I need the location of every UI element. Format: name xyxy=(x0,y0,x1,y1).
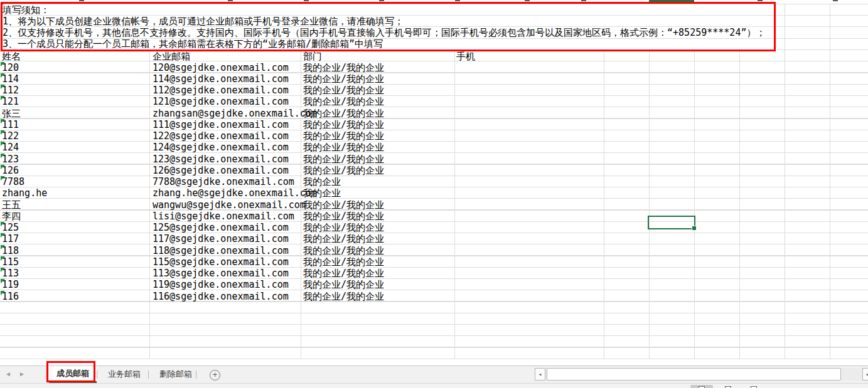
table-row[interactable]: 121121@sgejdke.onexmail.com我的企业/我的企业 xyxy=(0,95,868,107)
table-row[interactable]: 118118@sgejdke.onexmail.com我的企业/我的企业 xyxy=(0,244,868,256)
table-cell-dept[interactable]: 我的企业/我的企业 xyxy=(303,279,384,290)
table-cell-name[interactable]: 123 xyxy=(2,154,19,165)
table-cell-email[interactable]: 125@sgejdke.onexmail.com xyxy=(153,222,289,233)
table-cell-email[interactable]: 117@sgejdke.onexmail.com xyxy=(153,233,289,244)
table-cell-email[interactable]: 126@sgejdke.onexmail.com xyxy=(153,165,289,176)
table-cell-email[interactable]: zhang.he@sgejdke.onexmail.com xyxy=(153,187,317,199)
table-row[interactable]: 123123@sgejdke.onexmail.com我的企业/我的企业 xyxy=(0,153,868,164)
table-row[interactable]: 李四lisi@sgejdke.onexmail.com我的企业/我的企业 xyxy=(0,210,868,221)
table-cell-name[interactable]: 111 xyxy=(2,119,19,130)
table-row[interactable]: 张三zhangsan@sgejdke.onexmail.com我的企业/我的企业 xyxy=(0,107,868,118)
add-sheet-button[interactable]: + xyxy=(210,370,220,380)
table-cell-name[interactable]: 115 xyxy=(2,256,19,268)
table-cell-name[interactable]: 124 xyxy=(2,142,19,153)
table-cell-dept[interactable]: 我的企业/我的企业 xyxy=(303,233,384,244)
column-header[interactable]: 企业邮箱 xyxy=(153,51,190,62)
table-cell-name[interactable]: 张三 xyxy=(2,108,21,119)
table-cell-email[interactable]: 114@sgejdke.onexmail.com xyxy=(153,73,289,85)
table-row[interactable]: 116116@sgejdke.onexmail.com我的企业/我的企业 xyxy=(0,290,868,301)
table-cell-dept[interactable]: 我的企业/我的企业 xyxy=(303,165,384,176)
table-cell-name[interactable]: 王五 xyxy=(2,199,21,211)
table-cell-dept[interactable]: 我的企业/我的企业 xyxy=(303,119,384,130)
table-cell-name[interactable]: 122 xyxy=(2,130,19,142)
table-cell-email[interactable]: 113@sgejdke.onexmail.com xyxy=(153,268,289,279)
notice-line-3[interactable]: 3、一个成员只能分配一个员工邮箱，其余邮箱需在表格下方的“业务邮箱/删除邮箱”中… xyxy=(3,38,383,50)
table-row[interactable]: 119119@sgejdke.onexmail.com我的企业/我的企业 xyxy=(0,278,868,290)
table-cell-name[interactable]: 121 xyxy=(2,96,19,107)
table-cell-name[interactable]: 126 xyxy=(2,165,19,176)
table-row[interactable]: 117117@sgejdke.onexmail.com我的企业/我的企业 xyxy=(0,233,868,244)
notice-line-1[interactable]: 1、将为以下成员创建企业微信帐号，成员可通过企业邮箱或手机号登录企业微信，请准确… xyxy=(3,16,404,27)
table-cell-name[interactable]: 112 xyxy=(2,85,19,96)
table-cell-email[interactable]: 115@sgejdke.onexmail.com xyxy=(153,256,289,268)
table-cell-dept[interactable]: 我的企业 xyxy=(303,176,341,187)
table-cell-email[interactable]: 118@sgejdke.onexmail.com xyxy=(153,245,289,256)
table-cell-dept[interactable]: 我的企业/我的企业 xyxy=(303,96,384,107)
table-row[interactable]: 115115@sgejdke.onexmail.com我的企业/我的企业 xyxy=(0,256,868,267)
table-cell-name[interactable]: 120 xyxy=(2,62,19,73)
table-cell-email[interactable]: wangwu@sgejdke.onexmail.com xyxy=(153,199,306,211)
table-row[interactable]: 113113@sgejdke.onexmail.com我的企业/我的企业 xyxy=(0,267,868,278)
sheet-nav-prev-icon[interactable]: ◄ xyxy=(5,370,11,379)
table-row[interactable]: 112112@sgejdke.onexmail.com我的企业/我的企业 xyxy=(0,84,868,95)
table-cell-dept[interactable]: 我的企业/我的企业 xyxy=(303,245,384,256)
table-cell-name[interactable]: 119 xyxy=(2,279,19,290)
column-header[interactable]: 姓名 xyxy=(2,51,21,62)
table-cell-name[interactable]: 116 xyxy=(2,291,19,302)
table-cell-email[interactable]: 119@sgejdke.onexmail.com xyxy=(153,279,289,290)
table-cell-dept[interactable]: 我的企业/我的企业 xyxy=(303,62,384,73)
table-cell-email[interactable]: 121@sgejdke.onexmail.com xyxy=(153,96,289,107)
table-cell-dept[interactable]: 我的企业/我的企业 xyxy=(303,268,384,279)
table-cell-dept[interactable]: 我的企业/我的企业 xyxy=(303,154,384,165)
table-cell-name[interactable]: 李四 xyxy=(2,211,21,222)
table-cell-email[interactable]: 116@sgejdke.onexmail.com xyxy=(153,291,289,302)
table-cell-dept[interactable]: 我的企业/我的企业 xyxy=(303,73,384,85)
table-row[interactable]: 122122@sgejdke.onexmail.com我的企业/我的企业 xyxy=(0,130,868,141)
table-cell-email[interactable]: zhangsan@sgejdke.onexmail.com xyxy=(153,108,317,119)
horizontal-scrollbar-thumb[interactable] xyxy=(547,368,841,380)
table-cell-dept[interactable]: 我的企业/我的企业 xyxy=(303,142,384,153)
table-row[interactable]: 120120@sgejdke.onexmail.com我的企业/我的企业 xyxy=(0,61,868,73)
table-cell-email[interactable]: 120@sgejdke.onexmail.com xyxy=(153,62,289,73)
table-cell-email[interactable]: 111@sgejdke.onexmail.com xyxy=(153,119,289,130)
table-cell-email[interactable]: 122@sgejdke.onexmail.com xyxy=(153,130,289,142)
selected-cell-indicator[interactable] xyxy=(648,216,695,229)
table-cell-dept[interactable]: 我的企业/我的企业 xyxy=(303,291,384,302)
sheet-nav-next-icon[interactable]: ► xyxy=(19,370,25,379)
scroll-right-icon[interactable]: ▸ xyxy=(862,368,868,380)
sheet-tab-1[interactable]: 成员邮箱 xyxy=(49,366,97,383)
table-cell-dept[interactable]: 我的企业 xyxy=(303,187,341,199)
table-row[interactable]: 125125@sgejdke.onexmail.com我的企业/我的企业 xyxy=(0,221,868,233)
table-cell-name[interactable]: 7788 xyxy=(2,176,24,187)
table-cell-dept[interactable]: 我的企业/我的企业 xyxy=(303,211,384,222)
table-row[interactable]: 124124@sgejdke.onexmail.com我的企业/我的企业 xyxy=(0,141,868,152)
table-cell-name[interactable]: zhang.he xyxy=(2,187,47,199)
table-row[interactable]: 114114@sgejdke.onexmail.com我的企业/我的企业 xyxy=(0,73,868,84)
table-cell-dept[interactable]: 我的企业/我的企业 xyxy=(303,108,384,119)
table-cell-email[interactable]: lisi@sgejdke.onexmail.com xyxy=(153,211,294,222)
table-cell-name[interactable]: 117 xyxy=(2,233,19,244)
notice-title[interactable]: 填写须知： xyxy=(3,4,50,16)
table-cell-dept[interactable]: 我的企业/我的企业 xyxy=(303,256,384,268)
scroll-left-icon[interactable]: ◂ xyxy=(535,368,545,380)
table-cell-name[interactable]: 114 xyxy=(2,73,19,85)
fill-handle[interactable] xyxy=(692,226,697,231)
table-cell-email[interactable]: 124@sgejdke.onexmail.com xyxy=(153,142,289,153)
table-cell-dept[interactable]: 我的企业/我的企业 xyxy=(303,85,384,96)
table-cell-name[interactable]: 125 xyxy=(2,222,19,233)
table-cell-email[interactable]: 7788@sgejdke.onexmail.com xyxy=(153,176,294,187)
column-header[interactable]: 手机 xyxy=(456,51,475,62)
notice-line-2[interactable]: 2、仅支持修改手机号，其他信息不支持修改。支持国内、国际手机号（国内手机号直接输… xyxy=(3,27,765,38)
table-row[interactable]: 王五wangwu@sgejdke.onexmail.com我的企业/我的企业 xyxy=(0,199,868,210)
table-row[interactable]: 77887788@sgejdke.onexmail.com我的企业 xyxy=(0,176,868,187)
sheet-tab-2[interactable]: 业务邮箱 xyxy=(100,366,148,383)
table-row[interactable]: zhang.hezhang.he@sgejdke.onexmail.com我的企… xyxy=(0,187,868,198)
table-cell-dept[interactable]: 我的企业/我的企业 xyxy=(303,199,384,211)
table-row[interactable]: 111111@sgejdke.onexmail.com我的企业/我的企业 xyxy=(0,118,868,130)
table-cell-dept[interactable]: 我的企业/我的企业 xyxy=(303,130,384,142)
column-header[interactable]: 部门 xyxy=(303,51,322,62)
table-cell-email[interactable]: 112@sgejdke.onexmail.com xyxy=(153,85,289,96)
table-cell-name[interactable]: 113 xyxy=(2,268,19,279)
sheet-tab-3[interactable]: 删除邮箱 xyxy=(152,366,200,383)
table-row[interactable]: 126126@sgejdke.onexmail.com我的企业/我的企业 xyxy=(0,164,868,176)
